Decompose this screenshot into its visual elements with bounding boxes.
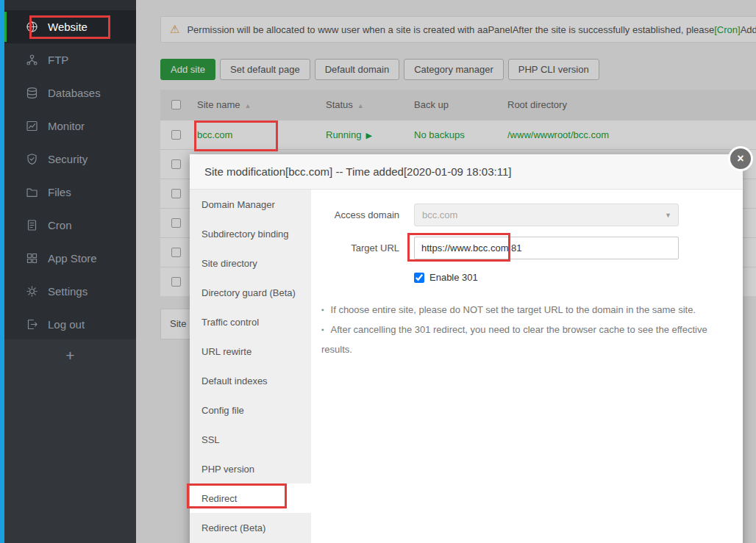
shield-icon	[26, 153, 38, 165]
sidebar-item-monitor[interactable]: Monitor	[4, 109, 136, 143]
menu-item-directory-guard[interactable]: Directory guard (Beta)	[190, 278, 311, 307]
sidebar-item-label: Security	[48, 153, 88, 165]
menu-item-config-file[interactable]: Config file	[190, 395, 311, 425]
sidebar-item-label: Monitor	[48, 120, 85, 132]
sidebar-footer: +	[4, 339, 136, 543]
folder-icon	[26, 186, 38, 198]
target-url-label: Target URL	[311, 242, 399, 253]
access-domain-label: Access domain	[311, 209, 399, 220]
chevron-down-icon: ▼	[665, 212, 671, 219]
modal-header: Site modification[bcc.com] -- Time added…	[190, 154, 743, 190]
menu-item-subdirectory-binding[interactable]: Subdirectory binding	[190, 219, 311, 248]
sidebar-item-cron[interactable]: Cron	[4, 209, 136, 242]
enable-301-checkbox[interactable]	[414, 273, 424, 283]
sidebar-item-ftp[interactable]: FTP	[4, 43, 136, 76]
sidebar-item-files[interactable]: Files	[4, 176, 136, 209]
sidebar-item-log-out[interactable]: Log out	[4, 308, 136, 341]
sidebar-item-label: Log out	[48, 318, 85, 331]
sidebar-item-databases[interactable]: Databases	[4, 76, 136, 109]
sidebar-item-label: Databases	[48, 87, 101, 99]
aapanel-app: Website FTP Databases Monitor Security F…	[0, 0, 756, 543]
note-item: After cancelling the 301 redirect, you n…	[321, 320, 727, 359]
sidebar-item-app-store[interactable]: App Store	[4, 242, 136, 275]
site-modification-modal: × Site modification[bcc.com] -- Time add…	[190, 154, 743, 543]
access-domain-value: bcc.com	[422, 209, 457, 220]
modal-menu: Domain Manager Subdirectory binding Site…	[190, 190, 311, 543]
logout-icon	[26, 318, 38, 331]
modal-title: Site modification[bcc.com] -- Time added…	[204, 165, 511, 178]
sidebar-item-label: App Store	[48, 252, 97, 265]
menu-item-redirect-beta[interactable]: Redirect (Beta)	[190, 513, 311, 542]
sidebar-item-label: Files	[48, 186, 71, 198]
menu-item-site-directory[interactable]: Site directory	[190, 248, 311, 278]
sidebar: Website FTP Databases Monitor Security F…	[4, 0, 136, 543]
redirect-notes: If choose entire site, please do NOT set…	[321, 301, 727, 359]
sidebar-item-label: FTP	[48, 54, 68, 66]
sidebar-item-settings[interactable]: Settings	[4, 275, 136, 308]
document-list-icon	[26, 219, 38, 231]
globe-icon	[26, 21, 38, 33]
gear-icon	[26, 285, 38, 298]
access-domain-select[interactable]: bcc.com ▼	[414, 204, 679, 226]
add-menu-button[interactable]: +	[65, 347, 74, 364]
redirect-panel: Access domain bcc.com ▼ Target URL Enabl…	[311, 190, 743, 543]
target-url-row: Target URL	[311, 237, 743, 259]
menu-item-domain-manager[interactable]: Domain Manager	[190, 190, 311, 219]
menu-item-ssl[interactable]: SSL	[190, 425, 311, 454]
window-edge-strip	[0, 0, 4, 543]
note-item: If choose entire site, please do NOT set…	[321, 301, 727, 320]
enable-301-row: Enable 301	[414, 272, 743, 283]
modal-body: Domain Manager Subdirectory binding Site…	[190, 190, 743, 543]
target-url-input[interactable]	[414, 237, 679, 259]
sidebar-nav: Website FTP Databases Monitor Security F…	[4, 0, 136, 341]
network-icon	[26, 54, 38, 66]
menu-item-url-rewrite[interactable]: URL rewirte	[190, 337, 311, 366]
close-icon[interactable]: ×	[728, 146, 753, 171]
access-domain-row: Access domain bcc.com ▼	[311, 204, 743, 226]
menu-item-default-indexes[interactable]: Default indexes	[190, 366, 311, 395]
sidebar-item-security[interactable]: Security	[4, 143, 136, 176]
menu-item-redirect[interactable]: Redirect	[190, 483, 311, 513]
menu-item-php-version[interactable]: PHP version	[190, 454, 311, 483]
enable-301-label: Enable 301	[429, 272, 478, 283]
database-icon	[26, 87, 38, 99]
sidebar-item-label: Website	[48, 21, 88, 33]
sidebar-item-label: Settings	[48, 285, 88, 298]
menu-item-traffic-control[interactable]: Traffic control	[190, 307, 311, 337]
grid-icon	[26, 252, 38, 265]
sidebar-item-website[interactable]: Website	[4, 10, 136, 43]
monitor-chart-icon	[26, 120, 38, 132]
sidebar-item-label: Cron	[48, 219, 72, 231]
